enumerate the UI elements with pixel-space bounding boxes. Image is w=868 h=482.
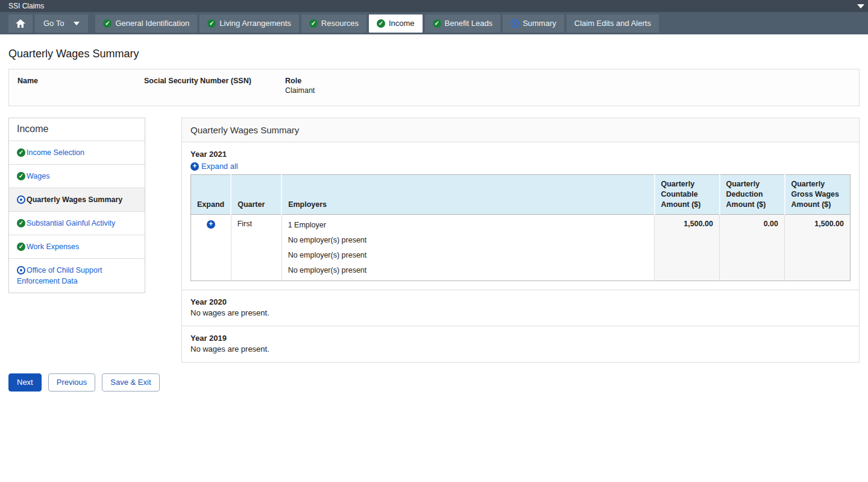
- cell-employers: 1 EmployerNo employer(s) presentNo emplo…: [281, 215, 654, 281]
- person-info-bar: NameSocial Security Number (SSN)RoleClai…: [8, 69, 860, 106]
- home-icon: [16, 19, 25, 28]
- cell-quarter: First: [231, 215, 281, 281]
- tab-benefit-leads[interactable]: Benefit Leads: [425, 14, 501, 33]
- nav-tabs: General IdentificationLiving Arrangement…: [95, 14, 658, 33]
- sidebar-item-label: Quarterly Wages Summary: [27, 195, 122, 204]
- status-current-icon: [17, 195, 25, 204]
- panel-title: Quarterly Wages Summary: [182, 118, 859, 142]
- person-field-label: Social Security Number (SSN): [144, 77, 285, 85]
- person-field-role: RoleClaimant: [285, 77, 315, 97]
- tab-income[interactable]: Income: [369, 14, 423, 33]
- year-section-year-2021: Year 2021Expand allExpandQuarterEmployer…: [182, 142, 859, 290]
- sidebar-item-label: Wages: [27, 172, 49, 180]
- year-section-year-2020: Year 2020No wages are present.: [182, 290, 859, 326]
- status-complete-icon: [433, 19, 441, 28]
- col-header-quarterly-deduction-amount: Quarterly Deduction Amount ($): [720, 175, 785, 215]
- quarterly-wages-panel: Quarterly Wages Summary Year 2021Expand …: [181, 118, 860, 363]
- status-complete-icon: [309, 19, 318, 28]
- status-complete-icon: [377, 19, 385, 28]
- year-section-year-2019: Year 2019No wages are present.: [182, 326, 859, 362]
- year-title: Year 2020: [190, 297, 851, 306]
- col-header-employers: Employers: [281, 175, 654, 215]
- employer-line: No employer(s) present: [288, 265, 648, 276]
- tab-resources[interactable]: Resources: [301, 14, 366, 33]
- app-title: SSI Claims: [8, 2, 44, 10]
- status-complete-icon: [17, 172, 25, 180]
- year-title: Year 2021: [190, 150, 851, 159]
- person-field-name: Name: [17, 77, 144, 97]
- sidebar-item-substantial-gainful-activity[interactable]: Substantial Gainful Activity: [9, 212, 145, 235]
- sidebar-item-wages[interactable]: Wages: [9, 165, 145, 188]
- cell-expand: [191, 215, 231, 281]
- titlebar: SSI Claims: [0, 0, 868, 12]
- col-header-quarterly-gross-wages-amount: Quarterly Gross Wages Amount ($): [785, 175, 851, 215]
- chevron-down-icon: [74, 22, 80, 25]
- next-button[interactable]: Next: [8, 373, 42, 392]
- status-complete-icon: [17, 243, 25, 251]
- tab-label: Claim Edits and Alerts: [574, 19, 651, 28]
- page-body: Quarterly Wages Summary NameSocial Secur…: [0, 48, 868, 392]
- plus-icon: [207, 220, 215, 229]
- status-complete-icon: [17, 148, 25, 157]
- sidebar-item-label: Work Expenses: [27, 243, 79, 251]
- tab-label: Benefit Leads: [445, 19, 493, 28]
- tab-label: General Identification: [115, 19, 189, 28]
- status-complete-icon: [207, 19, 216, 28]
- year-title: Year 2019: [190, 334, 851, 343]
- save-exit-button[interactable]: Save & Exit: [102, 373, 159, 392]
- tab-label: Summary: [523, 19, 556, 28]
- tab-label: Living Arrangements: [219, 19, 291, 28]
- titlebar-caret-icon[interactable]: [857, 4, 864, 8]
- employer-line: No employer(s) present: [288, 235, 648, 246]
- employer-line: 1 Employer: [288, 220, 648, 230]
- cell-countable-amount: 1,500.00: [655, 215, 720, 281]
- main-navbar: Go To General IdentificationLiving Arran…: [0, 12, 868, 34]
- status-complete-icon: [17, 219, 25, 227]
- cell-deduction-amount: 0.00: [720, 215, 785, 281]
- sidebar-item-label: Office of Child Support Enforcement Data: [17, 266, 102, 285]
- page-title: Quarterly Wages Summary: [8, 48, 860, 60]
- tab-general-identification[interactable]: General Identification: [95, 14, 197, 33]
- person-field-value: [144, 86, 285, 96]
- col-header-expand: Expand: [191, 175, 231, 215]
- plus-icon: [190, 162, 199, 171]
- sidebar-item-office-of-child-support-enforcement-data[interactable]: Office of Child Support Enforcement Data: [9, 259, 145, 293]
- sidebar-title: Income: [9, 118, 145, 141]
- person-field-label: Role: [285, 77, 315, 85]
- sidebar-item-work-expenses[interactable]: Work Expenses: [9, 235, 145, 259]
- col-header-quarter: Quarter: [231, 175, 281, 215]
- sidebar-list: Income SelectionWagesQuarterly Wages Sum…: [9, 141, 145, 293]
- tab-summary[interactable]: Summary: [503, 14, 564, 33]
- person-field-label: Name: [17, 77, 144, 85]
- goto-button[interactable]: Go To: [35, 14, 88, 33]
- cell-gross-amount: 1,500.00: [785, 215, 851, 281]
- tab-claim-edits-and-alerts[interactable]: Claim Edits and Alerts: [567, 14, 659, 33]
- year-sections: Year 2021Expand allExpandQuarterEmployer…: [182, 142, 859, 362]
- col-header-quarterly-countable-amount: Quarterly Countable Amount ($): [655, 175, 720, 215]
- sidebar-item-income-selection[interactable]: Income Selection: [9, 141, 145, 165]
- goto-label: Go To: [43, 19, 64, 28]
- income-sidebar: Income Income SelectionWagesQuarterly Wa…: [8, 118, 145, 293]
- sidebar-item-label: Substantial Gainful Activity: [27, 219, 115, 227]
- home-button[interactable]: [8, 14, 33, 33]
- status-complete-icon: [103, 19, 112, 28]
- tab-label: Income: [389, 19, 415, 28]
- person-field-value: Claimant: [285, 86, 315, 96]
- employer-line: No employer(s) present: [288, 250, 648, 261]
- footer-buttons: Next Previous Save & Exit: [8, 373, 860, 392]
- no-wages-text: No wages are present.: [190, 308, 851, 317]
- expand-row-button[interactable]: [207, 220, 215, 229]
- expand-all-link[interactable]: Expand all: [190, 162, 238, 171]
- person-field-value: [17, 86, 144, 96]
- tab-living-arrangements[interactable]: Living Arrangements: [200, 14, 299, 33]
- status-current-icon: [511, 19, 519, 28]
- tab-label: Resources: [321, 19, 359, 28]
- previous-button[interactable]: Previous: [48, 373, 96, 392]
- person-field-social-security-number-ssn: Social Security Number (SSN): [144, 77, 285, 97]
- sidebar-item-quarterly-wages-summary[interactable]: Quarterly Wages Summary: [9, 188, 145, 212]
- sidebar-item-label: Income Selection: [27, 148, 84, 157]
- status-current-icon: [17, 266, 25, 274]
- wages-row: First1 EmployerNo employer(s) presentNo …: [191, 215, 851, 281]
- quarterly-wages-table: ExpandQuarterEmployersQuarterly Countabl…: [190, 174, 851, 281]
- no-wages-text: No wages are present.: [190, 344, 851, 354]
